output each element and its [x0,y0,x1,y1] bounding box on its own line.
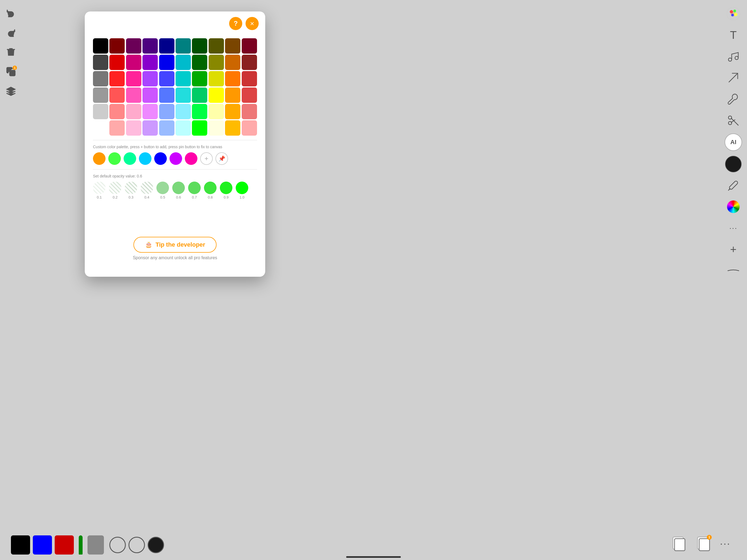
color-cell-1-2[interactable] [126,55,141,70]
layers-icon[interactable] [671,535,687,552]
music-button[interactable] [725,48,742,65]
color-cell-1-3[interactable] [143,55,158,70]
color-cell-4-0[interactable] [93,104,108,119]
color-cell-3-9[interactable] [242,87,257,103]
color-cell-2-4[interactable] [159,71,175,86]
copy-button[interactable]: 1 [4,65,18,79]
delete-button[interactable] [4,45,18,59]
opacity-item-0.7[interactable]: 0.7 [188,182,201,199]
color-cell-3-2[interactable] [126,87,141,103]
color-cell-3-0[interactable] [93,87,108,103]
color-cell-3-3[interactable] [143,87,158,103]
color-cell-3-4[interactable] [159,87,175,103]
color-cell-3-7[interactable] [209,87,224,103]
color-cell-2-6[interactable] [192,71,207,86]
opacity-item-0.3[interactable]: 0.3 [125,182,137,199]
tip-button[interactable]: 🎂 Tip the developer [133,237,217,253]
opacity-item-0.9[interactable]: 0.9 [220,182,232,199]
color-wheel-button[interactable] [725,156,742,172]
color-cell-0-3[interactable] [143,38,158,54]
palette-pin-button[interactable]: 📌 [215,152,228,165]
color-cell-1-4[interactable] [159,55,175,70]
color-cell-3-5[interactable] [176,87,191,103]
tool-circle-filled[interactable] [148,537,164,553]
color-cell-0-1[interactable] [109,38,125,54]
opacity-circle-0.2[interactable] [109,182,121,194]
tool-color-red[interactable] [55,535,74,555]
color-cell-5-5[interactable] [176,120,191,136]
undo-button[interactable] [4,5,18,20]
color-cell-0-5[interactable] [176,38,191,54]
opacity-item-0.8[interactable]: 0.8 [204,182,216,199]
color-cell-1-1[interactable] [109,55,125,70]
custom-palette-color-1[interactable] [108,152,121,165]
layers-button[interactable] [4,84,18,98]
color-cell-2-9[interactable] [242,71,257,86]
color-cell-5-3[interactable] [143,120,158,136]
custom-palette-color-2[interactable] [124,152,136,165]
color-cell-4-8[interactable] [225,104,240,119]
color-cell-1-6[interactable] [192,55,207,70]
scissors-button[interactable] [725,112,742,128]
tool-circle-empty-1[interactable] [109,537,126,553]
color-cell-2-2[interactable] [126,71,141,86]
color-cell-5-6[interactable] [192,120,207,136]
opacity-item-0.2[interactable]: 0.2 [109,182,121,199]
color-cell-5-7[interactable] [209,120,224,136]
tool-color-gray[interactable] [87,535,104,555]
text-button[interactable]: T [725,27,742,43]
custom-palette-color-4[interactable] [154,152,167,165]
color-cell-5-4[interactable] [159,120,175,136]
opacity-circle-0.8[interactable] [204,182,216,194]
photos-button[interactable] [725,5,742,22]
color-cell-3-8[interactable] [225,87,240,103]
color-cell-5-8[interactable] [225,120,240,136]
color-cell-0-9[interactable] [242,38,257,54]
color-cell-2-7[interactable] [209,71,224,86]
custom-palette-color-0[interactable] [93,152,106,165]
color-cell-2-3[interactable] [143,71,158,86]
color-cell-2-0[interactable] [93,71,108,86]
color-circle-button[interactable] [725,199,742,215]
color-cell-4-3[interactable] [143,104,158,119]
opacity-item-0.1[interactable]: 0.1 [93,182,106,199]
brush-tip-button[interactable] [725,262,742,279]
color-cell-5-9[interactable] [242,120,257,136]
eyedropper-button[interactable] [725,177,742,194]
color-cell-4-9[interactable] [242,104,257,119]
color-cell-4-7[interactable] [209,104,224,119]
color-cell-3-6[interactable] [192,87,207,103]
opacity-circle-0.1[interactable] [93,182,106,194]
custom-palette-color-6[interactable] [185,152,198,165]
opacity-item-0.6[interactable]: 0.6 [172,182,185,199]
color-cell-4-5[interactable] [176,104,191,119]
color-cell-0-6[interactable] [192,38,207,54]
opacity-item-1.0[interactable]: 1.0 [236,182,248,199]
tool-circle-empty-2[interactable] [129,537,145,553]
color-cell-4-2[interactable] [126,104,141,119]
color-cell-4-1[interactable] [109,104,125,119]
more-button[interactable]: ··· [725,220,742,236]
color-cell-0-2[interactable] [126,38,141,54]
color-cell-5-2[interactable] [126,120,141,136]
opacity-item-0.4[interactable]: 0.4 [140,182,153,199]
layers2-icon[interactable]: 1 [695,535,712,552]
opacity-circle-0.3[interactable] [125,182,137,194]
color-cell-2-8[interactable] [225,71,240,86]
custom-palette-color-5[interactable] [170,152,182,165]
opacity-circle-0.9[interactable] [220,182,232,194]
color-cell-3-1[interactable] [109,87,125,103]
color-cell-0-8[interactable] [225,38,240,54]
color-cell-1-9[interactable] [242,55,257,70]
arrow-button[interactable] [725,70,742,86]
custom-palette-color-3[interactable] [139,152,152,165]
tool-color-black[interactable] [11,535,30,555]
ai-button[interactable]: AI [725,133,742,151]
color-cell-5-0[interactable] [93,120,108,136]
color-cell-0-4[interactable] [159,38,175,54]
color-cell-2-5[interactable] [176,71,191,86]
color-cell-0-7[interactable] [209,38,224,54]
palette-add-button[interactable]: + [200,152,213,165]
more-bottom-icon[interactable]: ··· [720,538,730,549]
color-cell-1-5[interactable] [176,55,191,70]
